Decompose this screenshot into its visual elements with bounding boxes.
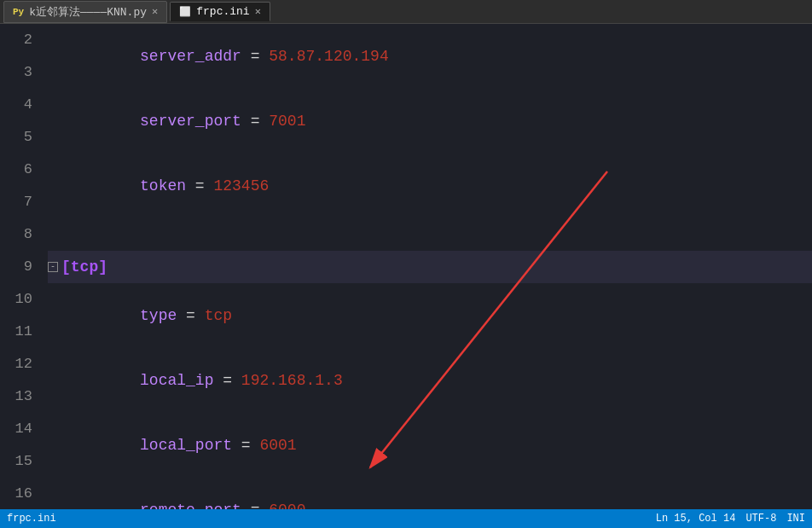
editor: 2 3 4 5 6 7 8 9 10 11 12 13 14 15 16 ser… <box>0 24 812 509</box>
code-line-6: -[tcp] <box>48 251 812 283</box>
status-right: Ln 15, Col 14 UTF-8 INI <box>656 513 805 525</box>
tab-knn-close[interactable]: ✕ <box>152 5 158 18</box>
tab-knn-icon: Py <box>13 7 24 17</box>
tab-frpc-icon: ⬜ <box>179 6 191 17</box>
tab-knn-label: k近邻算法————KNN.py <box>29 4 147 20</box>
tab-frpc-close[interactable]: ✕ <box>255 5 261 18</box>
status-col: Ln 15, Col 14 <box>656 513 736 525</box>
status-encoding: UTF-8 <box>745 513 776 525</box>
code-line-9: local_port = 6001 <box>48 413 812 478</box>
code-lines: server_addr = 58.87.120.194 server_port … <box>41 24 812 509</box>
status-bar: frpc.ini Ln 15, Col 14 UTF-8 INI <box>0 509 812 528</box>
code-line-10: remote_port = 6000 <box>48 478 812 509</box>
tab-frpc-label: frpc.ini <box>196 5 249 18</box>
code-line-2: server_addr = 58.87.120.194 <box>48 24 812 89</box>
status-left: frpc.ini <box>7 513 56 525</box>
tab-frpc[interactable]: ⬜ frpc.ini ✕ <box>170 2 270 21</box>
collapse-tcp-icon[interactable]: - <box>48 262 58 272</box>
code-area: 2 3 4 5 6 7 8 9 10 11 12 13 14 15 16 ser… <box>0 24 812 509</box>
code-line-7: type = tcp <box>48 283 812 348</box>
code-line-3: server_port = 7001 <box>48 89 812 154</box>
tab-knn[interactable]: Py k近邻算法————KNN.py ✕ <box>3 1 167 23</box>
code-line-4: token = 123456 <box>48 154 812 218</box>
title-bar: Py k近邻算法————KNN.py ✕ ⬜ frpc.ini ✕ <box>0 0 812 24</box>
status-mode: INI <box>786 513 805 525</box>
line-numbers: 2 3 4 5 6 7 8 9 10 11 12 13 14 15 16 <box>0 24 41 509</box>
code-line-8: local_ip = 192.168.1.3 <box>48 348 812 413</box>
code-line-5 <box>48 218 812 251</box>
